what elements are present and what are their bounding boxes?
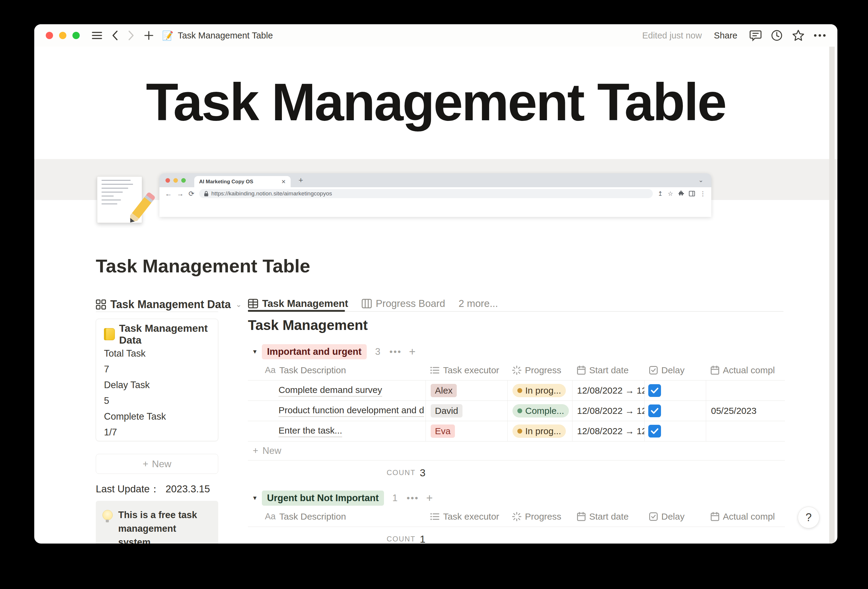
actual-complete-cell[interactable]: [706, 421, 784, 441]
group-add-icon[interactable]: +: [409, 345, 416, 358]
forward-icon[interactable]: [128, 30, 135, 41]
table-row[interactable]: Product function development and dDavidC…: [248, 401, 785, 421]
executor-badge: David: [431, 404, 462, 418]
task-executor-cell[interactable]: Eva: [425, 421, 507, 441]
tab-progress-board[interactable]: Progress Board: [362, 298, 445, 309]
count-value: 3: [420, 467, 425, 479]
delay-cell[interactable]: [644, 381, 706, 400]
menu-icon[interactable]: [92, 31, 102, 39]
tab-label: Task Management: [262, 298, 348, 309]
help-button[interactable]: ?: [798, 506, 819, 528]
column-header[interactable]: Progress: [507, 365, 572, 375]
column-header-label: Start date: [589, 365, 629, 375]
collection-label: Task Management Data: [110, 298, 231, 311]
delay-checkbox-checked[interactable]: [648, 384, 661, 397]
group-name-badge[interactable]: Important and urgent: [262, 344, 367, 359]
back-icon[interactable]: [111, 30, 118, 41]
more-options-icon[interactable]: [814, 34, 826, 37]
collection-selector[interactable]: Task Management Data ⌄: [96, 297, 242, 312]
task-description-cell[interactable]: Enter the task...: [248, 421, 425, 441]
column-header[interactable]: Start date: [572, 511, 644, 522]
status-dot: [517, 429, 522, 434]
browser-address-bar: ← → ⟳ https://kaibinding.notion.site/aim…: [159, 187, 711, 200]
window-controls: [46, 32, 80, 39]
column-header[interactable]: AaTask Description: [248, 511, 425, 522]
task-executor-cell[interactable]: Alex: [425, 381, 507, 400]
new-entry-button[interactable]: + New: [96, 454, 218, 474]
browser-share-icon: ↥: [658, 190, 663, 197]
column-header[interactable]: Actual compl: [706, 365, 784, 375]
callout-text: This is a free task management system.: [118, 508, 211, 543]
table-row[interactable]: Enter the task...EvaIn prog...12/08/2022…: [248, 421, 785, 441]
group-more-icon[interactable]: •••: [390, 347, 402, 357]
column-header-label: Task Description: [279, 511, 346, 522]
group-count: 3: [375, 346, 380, 357]
group-more-icon[interactable]: •••: [407, 493, 419, 503]
start-date-cell[interactable]: 12/08/2022 → 12: [572, 381, 644, 400]
page-scrollbar[interactable]: [829, 47, 835, 543]
stat-label: Delay Task: [104, 377, 210, 393]
last-update-value: 2023.3.15: [165, 483, 210, 495]
task-executor-cell[interactable]: David: [425, 401, 507, 421]
column-header[interactable]: Delay: [644, 511, 706, 522]
group-name-badge[interactable]: Urgent but Not Important: [262, 490, 384, 506]
start-date-cell[interactable]: 12/08/2022 → 12: [572, 401, 644, 421]
actual-complete-cell[interactable]: 05/25/2023: [706, 401, 784, 421]
task-description-cell[interactable]: Product function development and d: [248, 401, 425, 421]
new-row-button[interactable]: +New: [248, 441, 785, 461]
actual-complete-cell[interactable]: [706, 381, 784, 400]
status-property-icon: [512, 366, 521, 375]
group-header: ▼Urgent but Not Important1•••+: [248, 490, 785, 506]
group-collapse-toggle[interactable]: ▼: [248, 348, 262, 355]
table-row[interactable]: Complete demand surveyAlexIn prog...12/0…: [248, 381, 785, 401]
column-header[interactable]: AaTask Description: [248, 365, 425, 375]
browser-mockup: AI Marketing Copy OS ✕ + ⌄ ← → ⟳ https:/…: [159, 173, 711, 217]
column-header[interactable]: Delay: [644, 365, 706, 375]
edited-status: Edited just now: [642, 31, 702, 41]
sidebar-icon: [689, 190, 695, 196]
column-header[interactable]: Progress: [507, 511, 572, 522]
delay-checkbox-checked[interactable]: [648, 404, 661, 417]
new-page-icon[interactable]: [144, 31, 154, 40]
task-table: ▼Important and urgent3•••+AaTask Descrip…: [248, 343, 785, 543]
group-collapse-toggle[interactable]: ▼: [248, 495, 262, 502]
browser-url-text: https://kaibinding.notion.site/aimarketi…: [211, 190, 332, 197]
browser-tab: AI Marketing Copy OS ✕: [194, 176, 291, 187]
stats-card-header[interactable]: Task Management Data: [104, 327, 210, 341]
comments-icon[interactable]: [750, 30, 762, 41]
favorite-star-icon[interactable]: [792, 30, 805, 41]
close-window-button[interactable]: [46, 32, 53, 39]
share-button[interactable]: Share: [714, 31, 737, 41]
active-tab-underline: [248, 310, 345, 312]
delay-cell[interactable]: [644, 401, 706, 421]
last-update-label: Last Update：: [96, 483, 160, 495]
stat-value: 1/7: [104, 425, 210, 440]
bulb-icon: [102, 510, 113, 520]
start-date-cell[interactable]: 12/08/2022 → 12: [572, 421, 644, 441]
delay-cell[interactable]: [644, 421, 706, 441]
minimize-window-button[interactable]: [59, 32, 66, 39]
browser-window-controls: [165, 178, 186, 183]
column-header[interactable]: Task executor: [425, 365, 507, 375]
browser-bookmark-star-icon: ☆: [668, 190, 673, 197]
column-header[interactable]: Actual compl: [706, 511, 784, 522]
task-description-cell[interactable]: Complete demand survey: [248, 381, 425, 400]
browser-back-icon: ←: [165, 190, 172, 198]
progress-cell[interactable]: In prog...: [507, 381, 572, 400]
delay-checkbox-checked[interactable]: [648, 425, 661, 437]
status-dot: [517, 409, 522, 413]
stat-label: Complete Task: [104, 409, 210, 425]
history-icon[interactable]: [771, 30, 783, 41]
column-header[interactable]: Start date: [572, 365, 644, 375]
group-add-icon[interactable]: +: [426, 492, 433, 505]
browser-tabstrip: AI Marketing Copy OS ✕ + ⌄: [159, 173, 711, 187]
browser-reload-icon: ⟳: [189, 190, 194, 198]
stats-card-title: Task Management Data: [119, 322, 210, 346]
progress-cell[interactable]: In prog...: [507, 421, 572, 441]
column-header-label: Task Description: [279, 365, 346, 375]
column-header[interactable]: Task executor: [425, 511, 507, 522]
tab-task-management[interactable]: Task Management: [248, 298, 348, 309]
zoom-window-button[interactable]: [72, 32, 80, 39]
progress-cell[interactable]: Comple...: [507, 401, 572, 421]
tab-more-views[interactable]: 2 more...: [459, 298, 498, 309]
